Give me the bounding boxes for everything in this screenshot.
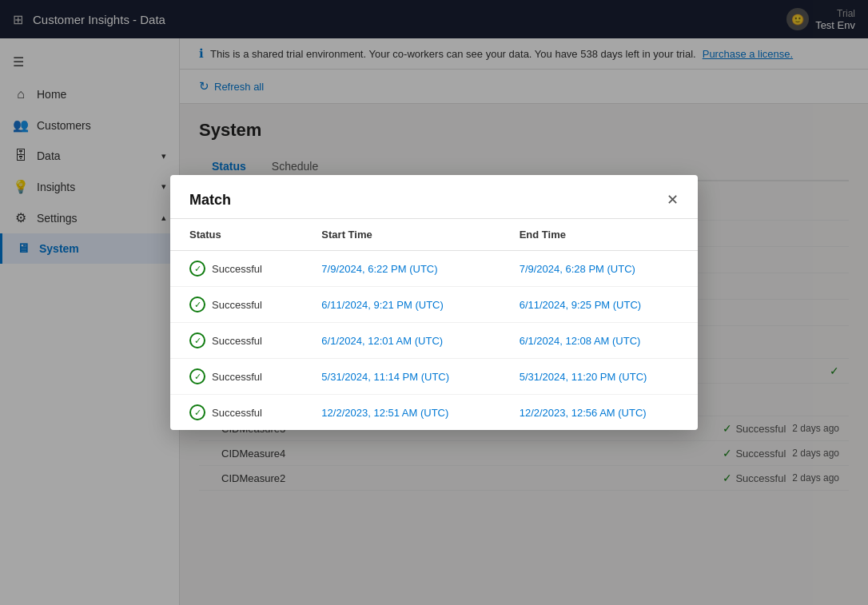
modal-overlay[interactable]: Match ✕ Status Start Time End Time — [180, 104, 868, 605]
modal-close-button[interactable]: ✕ — [667, 191, 679, 209]
table-row: ✓Successful6/1/2024, 12:01 AM (UTC)6/1/2… — [180, 323, 698, 359]
cell-end-time: 7/9/2024, 6:28 PM (UTC) — [500, 251, 698, 287]
check-icon: ✓ — [189, 368, 205, 384]
modal-header: Match ✕ — [180, 175, 698, 219]
check-icon: ✓ — [189, 404, 205, 420]
cell-start-time: 6/11/2024, 9:21 PM (UTC) — [302, 287, 500, 323]
content-area: ℹ This is a shared trial environment. Yo… — [180, 38, 868, 605]
cell-start-time: 5/31/2024, 11:14 PM (UTC) — [302, 359, 500, 395]
cell-status: ✓Successful — [180, 323, 302, 359]
table-row: ✓Successful6/11/2024, 9:21 PM (UTC)6/11/… — [180, 287, 698, 323]
col-status: Status — [180, 219, 302, 251]
cell-start-time: 6/1/2024, 12:01 AM (UTC) — [302, 323, 500, 359]
cell-status: ✓Successful — [180, 251, 302, 287]
modal-body: Status Start Time End Time ✓Successful7/… — [180, 219, 698, 430]
cell-status: ✓Successful — [180, 287, 302, 323]
modal-table: Status Start Time End Time ✓Successful7/… — [180, 219, 698, 430]
check-icon: ✓ — [189, 332, 205, 348]
check-icon: ✓ — [189, 297, 205, 312]
modal-title: Match — [189, 192, 231, 209]
col-start-time: Start Time — [302, 219, 500, 251]
check-icon: ✓ — [189, 261, 205, 277]
table-row: ✓Successful5/31/2024, 11:14 PM (UTC)5/31… — [180, 359, 698, 395]
cell-status: ✓Successful — [180, 359, 302, 395]
table-row: ✓Successful12/2/2023, 12:51 AM (UTC)12/2… — [180, 395, 698, 431]
cell-start-time: 7/9/2024, 6:22 PM (UTC) — [302, 251, 500, 287]
table-row: ✓Successful7/9/2024, 6:22 PM (UTC)7/9/20… — [180, 251, 698, 287]
cell-status: ✓Successful — [180, 395, 302, 431]
page-body: System Status Schedule ▾ Task › Data › S… — [180, 104, 868, 605]
cell-end-time: 12/2/2023, 12:56 AM (UTC) — [500, 395, 698, 431]
cell-end-time: 5/31/2024, 11:20 PM (UTC) — [500, 359, 698, 395]
cell-end-time: 6/1/2024, 12:08 AM (UTC) — [500, 323, 698, 359]
col-end-time: End Time — [500, 219, 698, 251]
cell-start-time: 12/2/2023, 12:51 AM (UTC) — [302, 395, 500, 431]
cell-end-time: 6/11/2024, 9:25 PM (UTC) — [500, 287, 698, 323]
match-modal: Match ✕ Status Start Time End Time — [180, 175, 698, 430]
